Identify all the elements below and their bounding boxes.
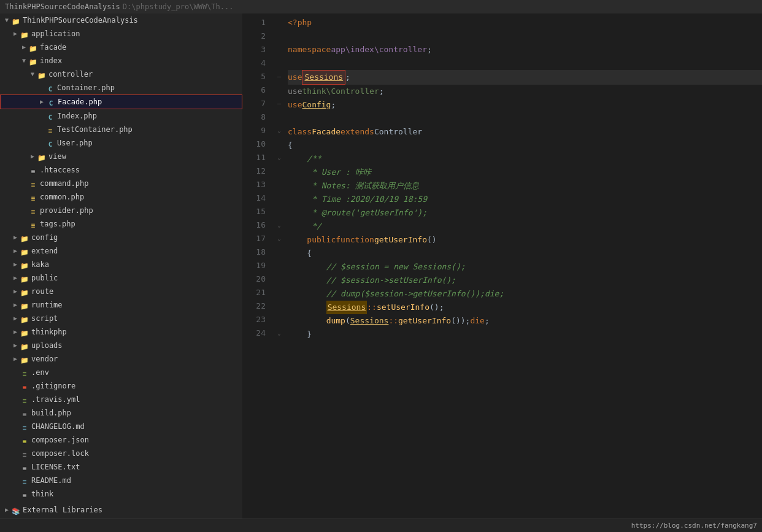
tree-item-route[interactable]: ▶📁route <box>0 285 242 298</box>
tree-item-LICENSE.txt[interactable]: ≡LICENSE.txt <box>0 460 242 474</box>
tree-icon: ≡ <box>20 382 29 390</box>
tree-label: ThinkPHPSourceCodeAnalysis <box>23 14 138 26</box>
tree-arrow: ▶ <box>11 339 20 352</box>
tree-arrow: ▶ <box>11 285 20 298</box>
fold-indicator-21 <box>273 286 285 299</box>
tree-item-index[interactable]: ▼📁index <box>0 54 242 67</box>
tree-label: Container.php <box>57 82 115 94</box>
tree-item-composer.lock[interactable]: ≡composer.lock <box>0 447 242 460</box>
tree-arrow: ▶ <box>11 272 20 284</box>
tree-item-runtime[interactable]: ▶📁runtime <box>0 298 242 312</box>
fold-indicator-22 <box>273 299 285 313</box>
tree-item-uploads[interactable]: ▶📁uploads <box>0 339 242 352</box>
code-line-7: use Config; <box>288 98 762 112</box>
line-number-2: 2 <box>242 29 266 43</box>
tree-item-build.php[interactable]: ≡build.php <box>0 406 242 420</box>
tree-item-kaka[interactable]: ▶📁kaka <box>0 258 242 271</box>
fold-indicator-24: ⌄ <box>273 326 285 340</box>
tree-item-command.php[interactable]: ≡command.php <box>0 177 242 190</box>
tree-item-script[interactable]: ▶📁script <box>0 312 242 325</box>
tree-arrow: ▼ <box>20 55 28 67</box>
tree-item-common.php[interactable]: ≡common.php <box>0 190 242 204</box>
tree-icon: ≡ <box>20 368 29 377</box>
line-number-19: 19 <box>242 259 266 272</box>
tree-item-view[interactable]: ▶📁view <box>0 150 242 163</box>
project-title: ThinkPHPSourceCodeAnalysis <box>5 2 120 11</box>
tree-label: script <box>31 312 58 325</box>
line-number-20: 20 <box>242 272 266 286</box>
code-content[interactable]: 123456789101112131415161718192021222324 … <box>242 13 762 519</box>
line-number-1: 1 <box>242 16 266 29</box>
tree-item-tags.php[interactable]: ≡tags.php <box>0 217 242 231</box>
tree-label: provider.php <box>40 204 93 217</box>
tree-icon: ≡ <box>20 476 29 485</box>
code-line-20: // $session->setUserInfo(); <box>288 274 762 287</box>
tree-item-composer.json[interactable]: ≡composer.json <box>0 433 242 447</box>
tree-label: public <box>31 272 58 284</box>
project-path: D:\phpstudy_pro\WWW\Th... <box>123 2 234 11</box>
fold-indicator-1 <box>273 16 285 29</box>
tree-item-Facade.php[interactable]: ▶CFacade.php <box>0 94 242 109</box>
code-line-14: * Time :2020/10/19 18:59 <box>288 193 762 206</box>
tree-arrow: ▶ <box>11 312 20 325</box>
tree-icon: ≡ <box>28 206 38 215</box>
fold-indicator-20 <box>273 272 285 286</box>
tree-arrow: ▶ <box>11 231 20 244</box>
tree-item-Index.php[interactable]: CIndex.php <box>0 109 242 123</box>
line-number-24: 24 <box>242 326 266 340</box>
tree-icon: ≡ <box>28 179 38 188</box>
tree-item-.travis.yml[interactable]: ≡.travis.yml <box>0 393 242 406</box>
tree-arrow: ▶ <box>11 245 20 257</box>
tree-label: view <box>48 150 66 163</box>
tree-item-extend[interactable]: ▶📁extend <box>0 244 242 258</box>
tree-icon: 📁 <box>28 56 38 65</box>
tree-item-User.php[interactable]: CUser.php <box>0 136 242 150</box>
tree-arrow: ▶ <box>20 41 28 53</box>
tree-icon: 📁 <box>11 16 21 25</box>
line-number-16: 16 <box>242 218 266 232</box>
tree-item-README.md[interactable]: ≡README.md <box>0 474 242 487</box>
tree-label: CHANGELOG.md <box>31 420 85 433</box>
tree-icon: ≡ <box>20 463 29 471</box>
tree-item-think[interactable]: ≡think <box>0 487 242 501</box>
tree-icon: ≡ <box>20 395 29 404</box>
tree-item-TestContainer.php[interactable]: ≡TestContainer.php <box>0 123 242 136</box>
tree-item-facade[interactable]: ▶📁facade <box>0 40 242 54</box>
tree-item-application[interactable]: ▶📁application <box>0 27 242 40</box>
external-libraries-icon: 📚 <box>11 506 21 514</box>
tree-item-thinkphp[interactable]: ▶📁thinkphp <box>0 325 242 339</box>
bottom-bar: https://blog.csdn.net/fangkang7 <box>0 519 762 532</box>
tree-item-.env[interactable]: ≡.env <box>0 366 242 379</box>
code-lines: <?php namespace app\index\controller; us… <box>285 16 762 519</box>
line-number-18: 18 <box>242 245 266 259</box>
code-line-4 <box>288 56 762 70</box>
tree-icon: 📁 <box>20 29 29 38</box>
code-line-3: namespace app\index\controller; <box>288 43 762 56</box>
tree-item-root[interactable]: ▼📁ThinkPHPSourceCodeAnalysis <box>0 13 242 27</box>
tree-item-vendor[interactable]: ▶📁vendor <box>0 352 242 366</box>
tree-icon: C <box>45 112 55 120</box>
tree-label: controller <box>48 68 93 80</box>
tree-arrow: ▼ <box>2 14 11 26</box>
tree-label: facade <box>40 41 66 53</box>
external-libraries-item[interactable]: ▶ 📚 External Libraries <box>0 503 242 517</box>
code-line-17: public function getUserInfo() <box>288 233 762 247</box>
tree-item-config[interactable]: ▶📁config <box>0 231 242 244</box>
tree-item-provider.php[interactable]: ≡provider.php <box>0 204 242 217</box>
tree-item-.gitignore[interactable]: ≡.gitignore <box>0 379 242 393</box>
fold-gutter: ——⌄⌄⌄⌄⌄ <box>273 16 285 519</box>
code-line-19: // $session = new Sessions(); <box>288 260 762 274</box>
tree-item-CHANGELOG.md[interactable]: ≡CHANGELOG.md <box>0 420 242 433</box>
tree-item-controller[interactable]: ▼📁controller <box>0 67 242 81</box>
code-line-24: } <box>288 328 762 341</box>
tree-icon: 📁 <box>20 314 29 323</box>
tree-label: Facade.php <box>58 96 102 108</box>
tree-icon: C <box>46 98 56 106</box>
tree-label: .htaccess <box>40 164 80 176</box>
tree-icon: 📁 <box>20 274 29 282</box>
line-number-8: 8 <box>242 110 266 124</box>
tree-item-public[interactable]: ▶📁public <box>0 271 242 285</box>
tree-item-.htaccess[interactable]: ≡.htaccess <box>0 163 242 177</box>
tree-item-Container.php[interactable]: CContainer.php <box>0 81 242 94</box>
tree-label: Index.php <box>57 110 97 122</box>
